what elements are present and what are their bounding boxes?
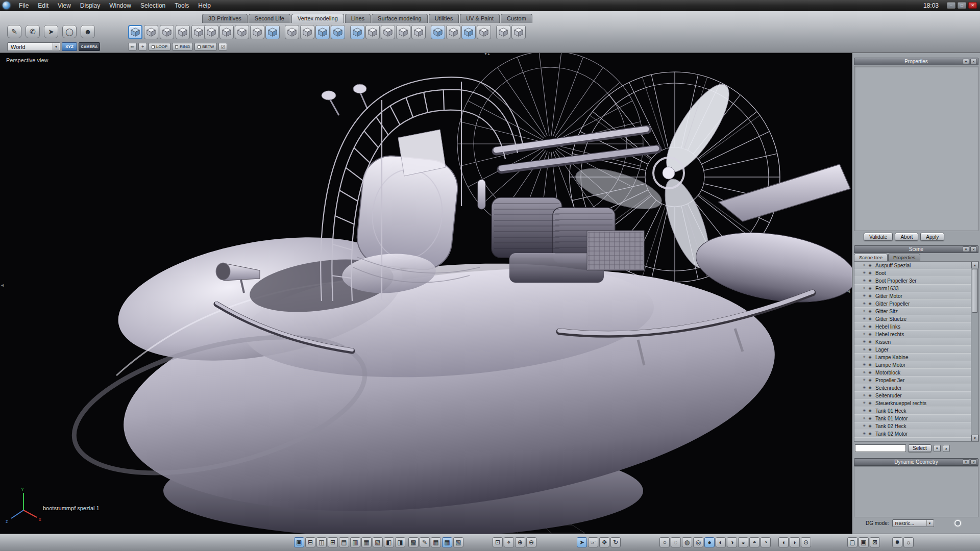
vm-tool-13-icon[interactable] [396,25,410,39]
tree-item-tank-01-motor[interactable]: ✳◉Tank 01 Motor [854,415,971,422]
shading-toggle-icon[interactable]: ✳ [862,302,867,306]
selection-option-icon[interactable]: ☑ [218,43,227,51]
visibility-toggle-icon[interactable]: ◉ [867,416,873,420]
menu-item-view[interactable]: View [53,2,76,9]
visibility-toggle-icon[interactable]: ◉ [867,355,873,359]
select-option-down-icon[interactable]: ▼ [934,445,941,452]
visibility-toggle-icon[interactable]: ◉ [867,386,873,390]
pen-icon[interactable]: ✎ [420,537,430,547]
phone-tool-icon[interactable]: ✆ [26,25,40,38]
tab-3d-primitives[interactable]: 3D Primitives [202,14,248,23]
shading-toggle-icon[interactable]: ✳ [862,294,867,298]
visibility-toggle-icon[interactable]: ◉ [867,370,873,374]
select-button[interactable]: Select [908,444,932,452]
world-dropdown[interactable]: World ▼ [7,42,60,51]
shading-toggle-icon[interactable]: ✳ [862,286,867,290]
tree-item-boot-propeller-3er[interactable]: ✳◉Boot Propeller 3er [854,277,971,285]
lasso-tool-icon[interactable]: ◯ [62,25,77,38]
abort-button[interactable]: Abort [895,233,918,241]
select-object-mode-icon[interactable] [128,25,142,39]
visibility-toggle-icon[interactable]: ◉ [867,432,873,436]
symmetry-icon[interactable]: ▧ [453,537,463,547]
visibility-toggle-icon[interactable]: ◉ [867,302,873,306]
frame-selection-icon[interactable]: ⌖ [504,537,514,547]
soft-selection-icon[interactable]: ✏ [128,43,137,51]
visibility-toggle-icon[interactable]: ◉ [867,279,873,283]
shading-toggle-icon[interactable]: ✳ [862,263,867,267]
ghost-tool-icon[interactable]: ☻ [81,25,95,38]
visibility-toggle-icon[interactable]: ◉ [867,309,873,313]
tree-item-form1633[interactable]: ✳◉Form1633 [854,285,971,292]
shading-toggle-icon[interactable]: ✳ [862,378,867,382]
vm-tool-03-icon[interactable] [235,25,249,39]
shading-toggle-icon[interactable]: ✳ [862,409,867,413]
snap-grid-icon[interactable]: ▩ [408,537,419,547]
vm-tool-19-icon[interactable] [496,25,510,39]
rotate-view-icon[interactable]: ↻ [610,537,621,547]
visibility-toggle-icon[interactable]: ◉ [867,263,873,267]
material-preview-icon[interactable]: ◖ [778,537,789,547]
vm-tool-04-icon[interactable] [250,25,264,39]
left-splitter-icon[interactable]: ◄ [0,283,5,288]
tree-item-lampe-motor[interactable]: ✳◉Lampe Motor [854,361,971,369]
right-splitter-icon[interactable]: ◄ [846,289,851,294]
visibility-toggle-icon[interactable]: ◉ [867,393,873,397]
tab-second-life[interactable]: Second Life [249,14,290,23]
shading-toggle-icon[interactable]: ✳ [862,363,867,367]
vm-tool-11-icon[interactable] [365,25,380,39]
viewport-splitter-icon[interactable]: ▼▲ [484,53,490,56]
shading-toggle-icon[interactable]: ✳ [862,279,867,283]
shading-toggle-icon[interactable]: ✳ [862,386,867,390]
scrollbar-thumb[interactable] [972,269,978,313]
xray-icon[interactable]: ◓ [749,537,760,547]
shading-toggle-icon[interactable]: ✳ [862,416,867,420]
shading-toggle-icon[interactable]: ✳ [862,432,867,436]
textured-icon[interactable]: ◐ [716,537,726,547]
panel-collapse-icon[interactable]: ▼ [963,246,969,252]
toggle-betw[interactable]: BETW [194,43,217,51]
validate-button[interactable]: Validate [864,233,893,241]
menu-item-display[interactable]: Display [76,2,105,9]
vm-tool-14-icon[interactable] [411,25,426,39]
flat-shade-icon[interactable]: ◍ [682,537,692,547]
menu-item-edit[interactable]: Edit [33,2,53,9]
shading-toggle-icon[interactable]: ✳ [862,355,867,359]
texture-paint-icon[interactable]: ⊙ [801,537,811,547]
vm-tool-17-icon[interactable] [461,25,476,39]
vm-tool-08-icon[interactable] [315,25,330,39]
select-element-mode-icon[interactable] [191,25,206,39]
visibility-toggle-icon[interactable]: ◉ [867,378,873,382]
vm-tool-06-icon[interactable] [285,25,299,39]
close-button[interactable]: ✕ [968,2,977,9]
vm-tool-15-icon[interactable] [431,25,445,39]
layout-3right-icon[interactable]: ▥ [350,537,360,547]
tree-item-boot[interactable]: ✳◉Boot [854,269,971,277]
menu-item-help[interactable]: Help [193,2,215,9]
menu-item-file[interactable]: File [14,2,33,9]
visibility-toggle-icon[interactable]: ◉ [867,286,873,290]
panel-collapse-icon[interactable]: ▼ [963,459,969,465]
frame-all-icon[interactable]: ⊡ [493,537,503,547]
xyz-button[interactable]: XYZ [62,42,77,51]
tree-item-gitter-motor[interactable]: ✳◉Gitter Motor [854,292,971,300]
shading-toggle-icon[interactable]: ✳ [862,347,867,352]
tree-item-tank-02-heck[interactable]: ✳◉Tank 02 Heck [854,422,971,430]
zoom-out-icon[interactable]: ⊖ [526,537,536,547]
backface-cull-icon[interactable]: ⊠ [870,537,880,547]
panel-close-icon[interactable]: ✕ [970,59,977,64]
camera-button[interactable]: CAMERA [79,42,100,51]
vm-tool-18-icon[interactable] [477,25,491,39]
tree-item-auspuff-spezial[interactable]: ✳◉Auspuff Spezial [854,262,971,269]
visibility-toggle-icon[interactable]: ◉ [867,324,873,329]
minimize-button[interactable]: – [947,2,955,9]
layout-single-icon[interactable]: ▣ [294,537,304,547]
vm-tool-10-icon[interactable] [350,25,364,39]
pencil-tool-icon[interactable]: ✎ [7,25,21,38]
apply-button[interactable]: Apply [920,233,944,241]
shading-toggle-icon[interactable]: ✳ [862,340,867,344]
visibility-toggle-icon[interactable]: ◉ [867,424,873,428]
tree-item-hebel-links[interactable]: ✳◉Hebel links [854,323,971,331]
tree-item-kissen[interactable]: ✳◉Kissen [854,338,971,346]
move-view-icon[interactable]: ✥ [599,537,609,547]
shading-toggle-icon[interactable]: ✳ [862,309,867,313]
